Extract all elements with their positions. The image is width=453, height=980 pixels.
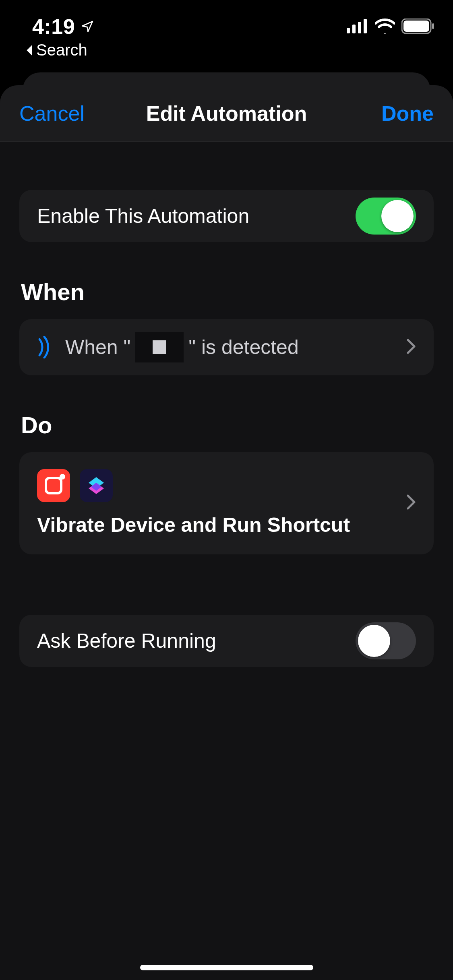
enable-automation-label: Enable This Automation (37, 204, 356, 228)
ask-before-running-row: Ask Before Running (19, 615, 434, 667)
when-suffix: " is detected (188, 336, 298, 359)
shortcuts-action-icon (80, 469, 113, 502)
home-indicator[interactable] (140, 965, 313, 970)
when-trigger-text: When " " is detected (65, 332, 394, 362)
nfc-tag-thumbnail (135, 332, 184, 362)
svg-rect-6 (432, 23, 434, 29)
nav-bar: Cancel Done (0, 85, 453, 142)
status-time-text: 4:19 (32, 14, 75, 39)
when-header: When (21, 278, 434, 305)
svg-rect-0 (347, 28, 350, 33)
do-actions-title: Vibrate Device and Run Shortcut (37, 513, 406, 537)
status-back-to-search[interactable]: Search (25, 41, 94, 59)
cancel-button[interactable]: Cancel (19, 101, 85, 126)
do-action-icons (37, 469, 406, 502)
battery-icon (401, 19, 434, 34)
cellular-icon (347, 19, 368, 33)
back-caret-icon (25, 44, 34, 56)
svg-rect-1 (352, 25, 356, 33)
do-header: Do (21, 412, 434, 439)
chevron-right-icon (406, 494, 416, 512)
svg-rect-3 (364, 19, 367, 33)
svg-rect-5 (403, 21, 429, 32)
status-bar: 4:19 Search (0, 0, 453, 56)
status-time: 4:19 (32, 14, 94, 39)
do-actions-row[interactable]: Vibrate Device and Run Shortcut (19, 452, 434, 554)
svg-rect-2 (358, 22, 361, 33)
vibrate-action-icon (37, 469, 70, 502)
edit-automation-sheet: Cancel Done Edit Automation Enable This … (0, 85, 453, 980)
when-trigger-row[interactable]: When " " is detected (19, 319, 434, 375)
done-button[interactable]: Done (381, 101, 434, 126)
when-prefix: When " (65, 336, 130, 359)
chevron-right-icon (406, 338, 416, 356)
ask-before-running-toggle[interactable] (356, 622, 416, 659)
location-icon (81, 20, 94, 33)
nfc-icon (37, 336, 53, 358)
enable-automation-row: Enable This Automation (19, 190, 434, 242)
wifi-icon (375, 19, 395, 34)
status-back-label: Search (36, 41, 87, 59)
enable-automation-toggle[interactable] (356, 198, 416, 235)
ask-before-running-label: Ask Before Running (37, 629, 356, 653)
